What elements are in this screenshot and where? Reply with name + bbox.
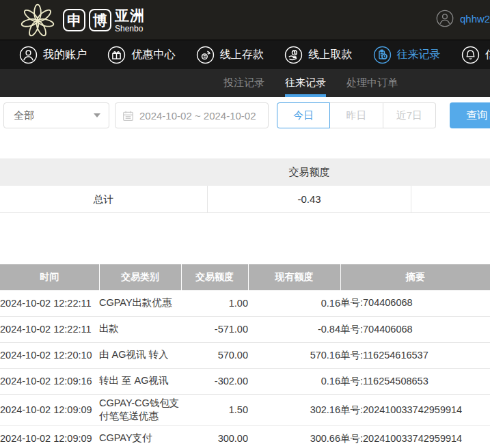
table-cell: 转出 至 AG视讯 bbox=[99, 368, 181, 394]
nav-item-messages[interactable]: 信息 bbox=[461, 46, 490, 64]
user-icon bbox=[19, 46, 38, 64]
table-cell: 2024-10-02 12:20:10 bbox=[0, 342, 99, 368]
table-row: 2024-10-02 12:09:09CGPAY-CG钱包支付笔笔送优惠1.50… bbox=[0, 394, 490, 425]
summary-header-label: 交易额度 bbox=[207, 158, 411, 186]
table-cell: 1.00 bbox=[181, 290, 248, 316]
today-button[interactable]: 今日 bbox=[277, 102, 330, 128]
table-cell: -302.00 bbox=[181, 368, 248, 394]
logo-char-bo: 博 bbox=[89, 9, 111, 31]
summary-total-row: 总计 -0.43 bbox=[0, 186, 490, 213]
table-row: 2024-10-02 12:22:11CGPAY出款优惠1.000.16单号:7… bbox=[0, 290, 490, 316]
last7days-button[interactable]: 近7日 bbox=[383, 102, 436, 128]
nav-item-records[interactable]: 往来记录 bbox=[373, 46, 441, 64]
withdraw-icon bbox=[284, 46, 303, 64]
logo-region: 亚洲 bbox=[115, 8, 145, 23]
summary-header-row: 交易额度 bbox=[0, 158, 490, 186]
table-cell: CGPAY-CG钱包支付笔笔送优惠 bbox=[99, 394, 181, 425]
bell-icon bbox=[461, 46, 480, 64]
summary-total-label: 总计 bbox=[0, 186, 207, 213]
table-row: 2024-10-02 12:22:11出款-571.00-0.84单号:7044… bbox=[0, 316, 490, 342]
column-header: 交易类别 bbox=[99, 264, 181, 290]
tab-bar: 投注记录 往来记录 处理中订单 bbox=[0, 69, 490, 97]
logo-subtitle: Shenbo bbox=[115, 25, 145, 33]
column-header: 时间 bbox=[0, 264, 99, 290]
logo-text: 亚洲 Shenbo bbox=[115, 8, 145, 33]
date-range-input[interactable]: 2024-10-02 ~ 2024-10-02 bbox=[115, 102, 269, 128]
column-header: 交易额度 bbox=[181, 264, 248, 290]
table-cell: 570.00 bbox=[181, 342, 248, 368]
date-range-value: 2024-10-02 ~ 2024-10-02 bbox=[139, 110, 256, 122]
table-cell: 单号:704406068 bbox=[340, 316, 490, 342]
table-cell: 300.00 bbox=[181, 425, 248, 448]
table-row: 2024-10-02 12:09:09CGPAY支付300.00300.66单号… bbox=[0, 425, 490, 448]
column-header: 现有额度 bbox=[248, 264, 340, 290]
transactions-body: 2024-10-02 12:22:11CGPAY出款优惠1.000.16单号:7… bbox=[0, 290, 490, 448]
nav-label: 往来记录 bbox=[397, 48, 441, 62]
table-cell: -571.00 bbox=[181, 316, 248, 342]
records-icon bbox=[373, 46, 392, 64]
table-cell: 2024-10-02 12:22:11 bbox=[0, 316, 99, 342]
table-cell: 0.16 bbox=[248, 290, 340, 316]
table-cell: 单号:116254616537 bbox=[340, 342, 490, 368]
table-cell: 由 AG视讯 转入 bbox=[99, 342, 181, 368]
summary-table: 交易额度 总计 -0.43 bbox=[0, 158, 490, 213]
table-cell: 出款 bbox=[99, 316, 181, 342]
table-cell: 1.50 bbox=[181, 394, 248, 425]
nav-item-promotions[interactable]: 优惠中心 bbox=[107, 46, 175, 64]
table-cell: 2024-10-02 12:09:09 bbox=[0, 425, 99, 448]
deposit-icon bbox=[196, 46, 215, 64]
transactions-header-row: 时间交易类别交易额度现有额度摘要 bbox=[0, 264, 490, 290]
logo-char-shen: 申 bbox=[63, 9, 85, 31]
main-nav: 我的账户 优惠中心 线上存款 bbox=[0, 40, 490, 69]
summary-total-value: -0.43 bbox=[207, 186, 411, 213]
table-row: 2024-10-02 12:20:10由 AG视讯 转入570.00570.16… bbox=[0, 342, 490, 368]
table-row: 2024-10-02 12:09:16转出 至 AG视讯-302.000.16单… bbox=[0, 368, 490, 394]
tab-betting-records[interactable]: 投注记录 bbox=[223, 69, 264, 97]
nav-label: 优惠中心 bbox=[131, 48, 175, 62]
yesterday-button[interactable]: 昨日 bbox=[330, 102, 383, 128]
table-cell: 单号:704406068 bbox=[340, 290, 490, 316]
calendar-icon bbox=[122, 110, 134, 122]
type-select[interactable]: 全部 bbox=[3, 102, 109, 128]
chevron-down-icon bbox=[94, 113, 100, 117]
quick-date-buttons: 今日 昨日 近7日 bbox=[277, 102, 436, 128]
tab-transaction-records[interactable]: 往来记录 bbox=[285, 69, 326, 97]
table-cell: 0.16 bbox=[248, 368, 340, 394]
column-header: 摘要 bbox=[340, 264, 490, 290]
nav-label: 我的账户 bbox=[43, 48, 87, 62]
nav-label: 线上取款 bbox=[308, 48, 352, 62]
transactions-table: 时间交易类别交易额度现有额度摘要 2024-10-02 12:22:11CGPA… bbox=[0, 264, 490, 448]
nav-item-withdraw[interactable]: 线上取款 bbox=[284, 46, 352, 64]
table-cell: CGPAY出款优惠 bbox=[99, 290, 181, 316]
table-cell: 2024-10-02 12:09:09 bbox=[0, 394, 99, 425]
nav-item-my-account[interactable]: 我的账户 bbox=[19, 46, 87, 64]
top-header: 申 博 亚洲 Shenbo qhhw2 bbox=[0, 0, 490, 40]
tab-pending-orders[interactable]: 处理中订单 bbox=[346, 69, 398, 97]
table-cell: 单号:116254508653 bbox=[340, 368, 490, 394]
nav-label: 线上存款 bbox=[220, 48, 264, 62]
table-cell: CGPAY支付 bbox=[99, 425, 181, 448]
table-cell: 300.66 bbox=[248, 425, 340, 448]
logo-boxes: 申 博 bbox=[63, 9, 111, 31]
table-cell: 单号:202410033742959914 bbox=[340, 425, 490, 448]
table-cell: 302.16 bbox=[248, 394, 340, 425]
nav-label: 信息 bbox=[485, 48, 490, 62]
username[interactable]: qhhw2 bbox=[460, 13, 490, 25]
table-cell: -0.84 bbox=[248, 316, 340, 342]
table-cell: 2024-10-02 12:22:11 bbox=[0, 290, 99, 316]
table-cell: 单号:202410033742959914 bbox=[340, 394, 490, 425]
filter-row: 全部 2024-10-02 ~ 2024-10-02 今日 昨日 近7日 查询 bbox=[0, 102, 490, 128]
table-cell: 570.16 bbox=[248, 342, 340, 368]
nav-item-deposit[interactable]: 线上存款 bbox=[196, 46, 264, 64]
transactions-header: 时间交易类别交易额度现有额度摘要 bbox=[0, 264, 490, 290]
search-button[interactable]: 查询 bbox=[450, 102, 490, 128]
brand-logo[interactable]: 申 博 亚洲 Shenbo bbox=[19, 2, 145, 38]
type-select-value: 全部 bbox=[14, 109, 34, 122]
lotus-flower-icon bbox=[19, 2, 56, 38]
user-account[interactable]: qhhw2 bbox=[436, 10, 490, 27]
gift-icon bbox=[107, 46, 126, 64]
table-cell: 2024-10-02 12:09:16 bbox=[0, 368, 99, 394]
user-avatar-icon bbox=[436, 10, 454, 27]
